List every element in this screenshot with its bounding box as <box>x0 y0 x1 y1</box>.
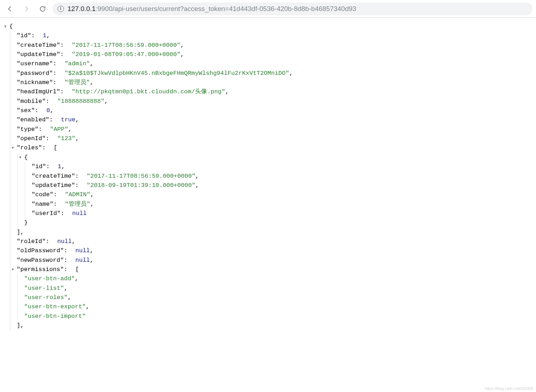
brace-open: { <box>24 154 28 161</box>
json-key: "permissions" <box>17 266 64 273</box>
json-key: "oldPassword" <box>17 247 64 254</box>
json-value: "admin" <box>65 60 90 67</box>
url-host: 127.0.0.1 <box>67 5 96 12</box>
bracket-close: ], <box>17 229 24 236</box>
json-key: "nickname" <box>17 79 53 86</box>
json-value: 0 <box>47 107 50 114</box>
json-value: "18888888888" <box>57 98 104 105</box>
json-key: "username" <box>17 60 53 67</box>
json-key: "type" <box>17 126 38 133</box>
arrow-right-icon <box>23 5 30 12</box>
reload-button[interactable] <box>36 2 49 15</box>
json-value: "123" <box>57 135 75 142</box>
json-value: null <box>57 238 72 245</box>
json-key: "enabled" <box>17 116 49 123</box>
json-value: "user-list" <box>24 285 64 292</box>
bracket-open: [ <box>75 266 79 273</box>
forward-button[interactable] <box>20 2 33 15</box>
json-value: "2018-09-19T01:39:10.000+0000" <box>87 182 195 189</box>
collapse-toggle[interactable] <box>10 143 15 151</box>
json-value: "user-roles" <box>24 294 67 301</box>
json-value: "2017-11-17T08:56:59.000+0000" <box>72 42 180 49</box>
json-value: "管理员" <box>65 79 90 86</box>
json-value: "$2a$10$TJkwVdlpbHKnV45.nBxbgeFHmQRmyWls… <box>65 70 289 77</box>
bracket-open: [ <box>54 144 57 151</box>
url-text: 127.0.0.1:9900/api-user/users/current?ac… <box>67 5 356 13</box>
json-value: "ADMIN" <box>65 191 90 198</box>
brace-close: } <box>24 219 28 226</box>
collapse-toggle[interactable] <box>18 153 23 161</box>
json-key: "roleId" <box>17 238 46 245</box>
collapse-toggle[interactable] <box>10 265 15 273</box>
reload-icon <box>39 5 46 12</box>
json-value: 1 <box>43 32 46 39</box>
json-key: "roles" <box>17 144 42 151</box>
json-key: "id" <box>17 32 31 39</box>
json-key: "updateTime" <box>17 51 60 58</box>
json-value: "2017-11-17T08:56:59.000+0000" <box>87 173 195 180</box>
back-button[interactable] <box>4 2 16 15</box>
json-key: "password" <box>17 70 53 77</box>
json-value: true <box>61 116 75 123</box>
collapse-toggle[interactable] <box>3 22 8 30</box>
json-value: "2019-01-08T09:05:47.000+0000" <box>72 51 180 58</box>
json-value: null <box>75 257 90 264</box>
json-key: "code" <box>32 191 53 198</box>
json-value: null <box>72 210 87 217</box>
json-key: "name" <box>32 201 53 208</box>
url-path: :9900/api-user/users/current?access_toke… <box>96 5 356 12</box>
json-value: "user-btn-import" <box>24 313 86 320</box>
json-value: "APP" <box>50 126 68 133</box>
json-value: 1 <box>58 163 61 170</box>
browser-toolbar: i 127.0.0.1:9900/api-user/users/current?… <box>0 0 536 18</box>
json-value: "http://pkqtmn0p1.bkt.clouddn.com/头像.png… <box>72 88 225 95</box>
json-key: "openId" <box>17 135 46 142</box>
json-value: "user-btn-export" <box>24 303 86 310</box>
arrow-left-icon <box>6 5 13 12</box>
site-info-icon[interactable]: i <box>58 6 64 12</box>
json-key: "headImgUrl" <box>17 88 60 95</box>
json-key: "id" <box>32 163 46 170</box>
json-key: "newPassword" <box>17 257 64 264</box>
bracket-close: ], <box>17 322 24 329</box>
json-key: "updateTime" <box>32 182 75 189</box>
json-value: "user-btn-add" <box>24 275 75 282</box>
json-value: null <box>75 247 90 254</box>
json-key: "createTime" <box>17 42 60 49</box>
brace-open: { <box>9 23 13 30</box>
json-key: "createTime" <box>32 173 75 180</box>
json-value: "管理员" <box>65 201 90 208</box>
address-bar[interactable]: i 127.0.0.1:9900/api-user/users/current?… <box>53 2 532 15</box>
json-key: "userId" <box>32 210 61 217</box>
json-key: "sex" <box>17 107 35 114</box>
json-key: "mobile" <box>17 98 46 105</box>
json-viewer: { "id": 1, "createTime": "2017-11-17T08:… <box>0 18 536 335</box>
